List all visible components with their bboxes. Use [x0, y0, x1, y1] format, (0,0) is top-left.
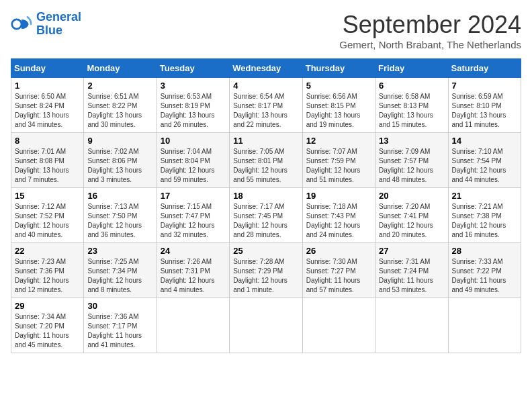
calendar-week-0: 1Sunrise: 6:50 AM Sunset: 8:24 PM Daylig… [11, 78, 521, 133]
day-info: Sunrise: 6:54 AM Sunset: 8:17 PM Dayligh… [233, 92, 298, 130]
day-info: Sunrise: 7:34 AM Sunset: 7:20 PM Dayligh… [15, 312, 80, 350]
calendar-week-4: 29Sunrise: 7:34 AM Sunset: 7:20 PM Dayli… [11, 298, 521, 353]
day-info: Sunrise: 7:09 AM Sunset: 7:57 PM Dayligh… [379, 147, 444, 185]
day-info: Sunrise: 7:26 AM Sunset: 7:31 PM Dayligh… [161, 257, 226, 295]
day-info: Sunrise: 7:31 AM Sunset: 7:24 PM Dayligh… [379, 257, 444, 295]
day-info: Sunrise: 7:28 AM Sunset: 7:29 PM Dayligh… [233, 257, 298, 295]
calendar-cell: 30Sunrise: 7:36 AM Sunset: 7:17 PM Dayli… [84, 298, 157, 353]
day-info: Sunrise: 7:36 AM Sunset: 7:17 PM Dayligh… [87, 312, 152, 350]
calendar-cell [375, 298, 448, 353]
day-info: Sunrise: 7:21 AM Sunset: 7:38 PM Dayligh… [452, 202, 517, 240]
day-info: Sunrise: 6:50 AM Sunset: 8:24 PM Dayligh… [15, 92, 80, 130]
day-number: 3 [161, 81, 226, 91]
day-number: 16 [87, 191, 152, 201]
calendar-cell: 13Sunrise: 7:09 AM Sunset: 7:57 PM Dayli… [375, 133, 448, 188]
day-info: Sunrise: 7:10 AM Sunset: 7:54 PM Dayligh… [452, 147, 517, 185]
day-number: 10 [161, 136, 226, 146]
calendar-cell: 25Sunrise: 7:28 AM Sunset: 7:29 PM Dayli… [230, 243, 302, 298]
day-number: 7 [452, 81, 517, 91]
day-number: 11 [233, 136, 298, 146]
calendar-cell: 11Sunrise: 7:05 AM Sunset: 8:01 PM Dayli… [230, 133, 302, 188]
day-header-saturday: Saturday [448, 59, 521, 78]
day-info: Sunrise: 7:20 AM Sunset: 7:41 PM Dayligh… [379, 202, 444, 240]
day-number: 8 [15, 136, 80, 146]
day-number: 17 [161, 191, 226, 201]
calendar-cell: 5Sunrise: 6:56 AM Sunset: 8:15 PM Daylig… [302, 78, 375, 133]
day-info: Sunrise: 7:05 AM Sunset: 8:01 PM Dayligh… [233, 147, 298, 185]
calendar-cell [448, 298, 521, 353]
day-number: 22 [15, 246, 80, 256]
day-number: 25 [233, 246, 298, 256]
calendar-cell: 8Sunrise: 7:01 AM Sunset: 8:08 PM Daylig… [11, 133, 84, 188]
day-header-wednesday: Wednesday [230, 59, 302, 78]
day-number: 2 [87, 81, 152, 91]
day-info: Sunrise: 6:53 AM Sunset: 8:19 PM Dayligh… [161, 92, 226, 130]
day-number: 19 [306, 191, 371, 201]
day-number: 15 [15, 191, 80, 201]
day-info: Sunrise: 7:02 AM Sunset: 8:06 PM Dayligh… [87, 147, 152, 185]
calendar-cell: 6Sunrise: 6:58 AM Sunset: 8:13 PM Daylig… [375, 78, 448, 133]
calendar-week-1: 8Sunrise: 7:01 AM Sunset: 8:08 PM Daylig… [11, 133, 521, 188]
calendar-cell: 23Sunrise: 7:25 AM Sunset: 7:34 PM Dayli… [84, 243, 157, 298]
day-info: Sunrise: 6:59 AM Sunset: 8:10 PM Dayligh… [452, 92, 517, 130]
svg-point-0 [12, 19, 21, 29]
calendar-cell: 29Sunrise: 7:34 AM Sunset: 7:20 PM Dayli… [11, 298, 84, 353]
day-number: 18 [233, 191, 298, 201]
calendar-cell: 9Sunrise: 7:02 AM Sunset: 8:06 PM Daylig… [84, 133, 157, 188]
calendar-cell: 24Sunrise: 7:26 AM Sunset: 7:31 PM Dayli… [157, 243, 229, 298]
day-info: Sunrise: 7:12 AM Sunset: 7:52 PM Dayligh… [15, 202, 80, 240]
calendar-week-3: 22Sunrise: 7:23 AM Sunset: 7:36 PM Dayli… [11, 243, 521, 298]
day-header-tuesday: Tuesday [157, 59, 229, 78]
day-number: 27 [379, 246, 444, 256]
day-number: 20 [379, 191, 444, 201]
day-info: Sunrise: 7:33 AM Sunset: 7:22 PM Dayligh… [452, 257, 517, 295]
calendar-table: SundayMondayTuesdayWednesdayThursdayFrid… [11, 58, 521, 353]
calendar-cell: 21Sunrise: 7:21 AM Sunset: 7:38 PM Dayli… [448, 188, 521, 243]
day-info: Sunrise: 6:56 AM Sunset: 8:15 PM Dayligh… [306, 92, 371, 130]
calendar-cell: 26Sunrise: 7:30 AM Sunset: 7:27 PM Dayli… [302, 243, 375, 298]
day-info: Sunrise: 7:23 AM Sunset: 7:36 PM Dayligh… [15, 257, 80, 295]
day-number: 29 [15, 301, 80, 311]
calendar-cell: 15Sunrise: 7:12 AM Sunset: 7:52 PM Dayli… [11, 188, 84, 243]
day-info: Sunrise: 6:51 AM Sunset: 8:22 PM Dayligh… [87, 92, 152, 130]
calendar-cell [157, 298, 229, 353]
day-header-sunday: Sunday [11, 59, 84, 78]
calendar-cell: 14Sunrise: 7:10 AM Sunset: 7:54 PM Dayli… [448, 133, 521, 188]
day-number: 26 [306, 246, 371, 256]
day-number: 14 [452, 136, 517, 146]
calendar-subtitle: Gemert, North Brabant, The Netherlands [339, 39, 521, 50]
day-info: Sunrise: 7:15 AM Sunset: 7:47 PM Dayligh… [161, 202, 226, 240]
day-number: 23 [87, 246, 152, 256]
calendar-title: September 2024 [339, 11, 521, 39]
day-number: 4 [233, 81, 298, 91]
calendar-cell: 16Sunrise: 7:13 AM Sunset: 7:50 PM Dayli… [84, 188, 157, 243]
calendar-cell [302, 298, 375, 353]
day-info: Sunrise: 7:18 AM Sunset: 7:43 PM Dayligh… [306, 202, 371, 240]
day-info: Sunrise: 7:07 AM Sunset: 7:59 PM Dayligh… [306, 147, 371, 185]
day-info: Sunrise: 7:30 AM Sunset: 7:27 PM Dayligh… [306, 257, 371, 295]
calendar-cell: 2Sunrise: 6:51 AM Sunset: 8:22 PM Daylig… [84, 78, 157, 133]
day-info: Sunrise: 7:04 AM Sunset: 8:04 PM Dayligh… [161, 147, 226, 185]
calendar-cell: 10Sunrise: 7:04 AM Sunset: 8:04 PM Dayli… [157, 133, 229, 188]
calendar-cell: 17Sunrise: 7:15 AM Sunset: 7:47 PM Dayli… [157, 188, 229, 243]
day-number: 12 [306, 136, 371, 146]
calendar-header: SundayMondayTuesdayWednesdayThursdayFrid… [11, 59, 521, 78]
day-number: 5 [306, 81, 371, 91]
day-number: 13 [379, 136, 444, 146]
calendar-cell: 4Sunrise: 6:54 AM Sunset: 8:17 PM Daylig… [230, 78, 302, 133]
day-number: 30 [87, 301, 152, 311]
day-number: 21 [452, 191, 517, 201]
logo: General Blue [11, 11, 81, 38]
calendar-cell: 3Sunrise: 6:53 AM Sunset: 8:19 PM Daylig… [157, 78, 229, 133]
day-number: 24 [161, 246, 226, 256]
calendar-cell [230, 298, 302, 353]
day-info: Sunrise: 7:25 AM Sunset: 7:34 PM Dayligh… [87, 257, 152, 295]
day-header-friday: Friday [375, 59, 448, 78]
day-number: 28 [452, 246, 517, 256]
calendar-cell: 18Sunrise: 7:17 AM Sunset: 7:45 PM Dayli… [230, 188, 302, 243]
day-info: Sunrise: 7:01 AM Sunset: 8:08 PM Dayligh… [15, 147, 80, 185]
title-area: September 2024 Gemert, North Brabant, Th… [339, 11, 521, 50]
calendar-week-2: 15Sunrise: 7:12 AM Sunset: 7:52 PM Dayli… [11, 188, 521, 243]
page-header: General Blue September 2024 Gemert, Nort… [11, 11, 521, 50]
day-number: 9 [87, 136, 152, 146]
